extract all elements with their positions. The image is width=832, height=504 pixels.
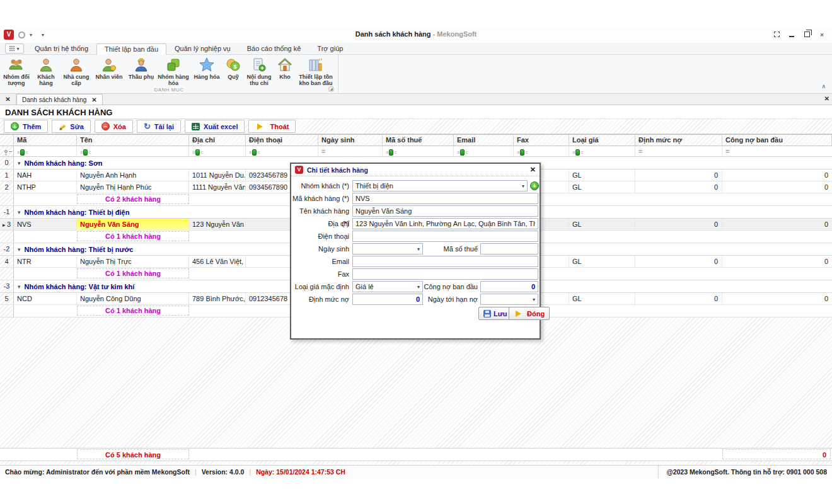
ribbon-item-label: Thầu phụ — [129, 74, 154, 80]
dialog-close-button[interactable]: Đóng — [509, 307, 550, 320]
column-header-dinh-muc-no[interactable]: Định mức nợ — [635, 135, 722, 146]
tab-close-icon[interactable]: ✕ — [91, 96, 96, 103]
column-header-fax[interactable]: Fax — [514, 135, 569, 146]
group-dialog-launcher-icon[interactable]: ◢ — [328, 86, 334, 92]
save-button[interactable]: Lưu — [478, 307, 512, 320]
restore-button[interactable] — [803, 31, 811, 38]
ribbon-collapse-icon[interactable]: ∧ — [821, 83, 826, 89]
ribbon-item-quy[interactable]: $ Quỹ — [223, 56, 243, 81]
customer-name-field[interactable] — [352, 205, 538, 217]
equals-filter-icon — [638, 147, 642, 155]
phone-field[interactable] — [352, 231, 538, 242]
document-tab-active[interactable]: Danh sách khách hàng ✕ — [16, 94, 103, 105]
column-header-ma-so-thue[interactable]: Mã số thuế — [383, 135, 454, 146]
filter-dien-thoai[interactable] — [246, 146, 318, 156]
filter-row-indicator — [0, 146, 14, 156]
chevron-down-icon: ▾ — [522, 183, 524, 189]
ribbon-item-nha-cung-cap[interactable]: Nhà cung cấp — [61, 56, 92, 88]
fullscreen-button[interactable] — [773, 31, 780, 38]
tab-quan-ly-nghiep-vu[interactable]: Quản lý nghiệp vụ — [166, 43, 239, 54]
cell-ma: NTHP — [14, 181, 77, 193]
ribbon-tab-bar: ▾ Quản trị hệ thống Thiết lập ban đầu Qu… — [0, 43, 832, 55]
ribbon-item-khach-hang[interactable]: Khách hàng — [32, 56, 61, 88]
customer-code-field[interactable] — [352, 193, 538, 204]
ribbon-item-thau-phu[interactable]: Thầu phụ — [126, 56, 156, 81]
email-field[interactable] — [352, 256, 538, 267]
minimize-button[interactable] — [788, 31, 795, 38]
filter-ten[interactable] — [77, 146, 189, 156]
grid-toolbar: +Thêm Sửa −Xóa ↻Tải lại Xuất excel Thoát — [0, 118, 832, 134]
ribbon-item-nhan-vien[interactable]: Nhân viên — [92, 56, 126, 81]
row-indicator: 0 — [0, 157, 14, 169]
svg-text:$: $ — [233, 64, 236, 70]
filter-ma-so-thue[interactable] — [383, 146, 454, 156]
pencil-icon — [59, 123, 66, 130]
collapse-triangle-icon[interactable]: ▾ — [18, 284, 21, 290]
due-date-combo[interactable]: ▾ — [480, 294, 538, 305]
ribbon-item-kho[interactable]: Kho — [275, 56, 295, 81]
fax-field[interactable] — [352, 268, 538, 280]
ribbon-item-label: Thiết lập tồn kho ban đầu — [296, 74, 335, 87]
employee-icon — [101, 57, 117, 73]
tab-quan-tri-he-thong[interactable]: Quản trị hệ thống — [26, 43, 96, 54]
filter-ngay-sinh[interactable] — [318, 146, 383, 156]
filter-cong-no[interactable] — [722, 146, 832, 156]
add-button[interactable]: +Thêm — [4, 120, 48, 133]
tab-bao-cao-thong-ke[interactable]: Báo cáo thống kê — [239, 43, 309, 54]
column-header-loai-gia[interactable]: Loại giá — [569, 135, 635, 146]
reload-button[interactable]: ↻Tải lại — [137, 120, 181, 133]
address-field[interactable] — [352, 218, 538, 229]
filter-dia-chi[interactable] — [189, 146, 246, 156]
dialog-title: Chi tiết khách hàng — [307, 166, 526, 174]
cell-loai-gia: GL — [569, 181, 635, 193]
exit-button[interactable]: Thoát — [248, 120, 296, 133]
collapse-triangle-icon[interactable]: ▾ — [18, 209, 21, 215]
text-filter-icon — [517, 147, 528, 156]
column-header-ten[interactable]: Tên — [77, 135, 189, 146]
cell-ten-highlighted: Nguyễn Văn Sáng — [77, 219, 189, 230]
customer-group-combo[interactable]: Thiết bị điện ▾ — [352, 180, 528, 192]
cell-dinh-muc-no: 0 — [635, 219, 722, 230]
initial-debt-field[interactable] — [480, 281, 538, 292]
tab-tro-giup[interactable]: Trợ giúp — [309, 43, 351, 54]
add-group-button[interactable]: + — [530, 181, 539, 190]
app-menu-button[interactable]: ▾ — [5, 43, 24, 54]
close-all-tabs-button[interactable]: ✕ — [0, 94, 16, 105]
document-tab-strip: ✕ Danh sách khách hàng ✕ ✕ — [0, 94, 832, 105]
filter-dinh-muc-no[interactable] — [635, 146, 722, 156]
ribbon-item-thiet-lap-ton-kho[interactable]: Thiết lập tồn kho ban đầu — [295, 56, 337, 88]
column-header-dia-chi[interactable]: Địa chỉ — [189, 135, 246, 146]
edit-button[interactable]: Sửa — [52, 120, 90, 133]
cell-ten: Nguyễn Thị Hạnh Phúc — [77, 181, 189, 193]
column-header-ngay-sinh[interactable]: Ngày sinh — [318, 135, 383, 146]
row-indicator-selected: 3 — [0, 219, 14, 230]
filter-loai-gia[interactable] — [569, 146, 635, 156]
dialog-close-icon[interactable]: ✕ — [530, 166, 536, 174]
ribbon-item-nhom-doi-tuong[interactable]: Nhóm đối tượng — [1, 56, 32, 88]
close-button[interactable]: × — [818, 31, 826, 38]
filter-email[interactable] — [454, 146, 514, 156]
column-header-dien-thoai[interactable]: Điện thoại — [246, 135, 318, 146]
column-header-ma[interactable]: Mã — [14, 135, 77, 146]
field-label-ma-khach-hang: Mã khách hàng (*) — [291, 192, 349, 205]
exit-arrow-icon — [257, 123, 266, 130]
column-header-cong-no-ban-dau[interactable]: Công nợ ban đầu — [722, 135, 832, 146]
tax-code-field[interactable] — [480, 243, 538, 255]
ribbon-item-nhom-hang-hoa[interactable]: Nhóm hàng hóa — [156, 56, 190, 88]
delete-button[interactable]: −Xóa — [95, 120, 133, 133]
collapse-triangle-icon[interactable]: ▾ — [18, 246, 21, 253]
collapse-triangle-icon[interactable]: ▾ — [18, 160, 21, 166]
export-excel-button[interactable]: Xuất excel — [185, 120, 245, 133]
field-label-dinh-muc-no: Định mức nợ — [291, 293, 349, 306]
tab-strip-close-icon[interactable]: ✕ — [824, 95, 829, 102]
row-indicator — [0, 231, 14, 243]
ribbon-item-noi-dung-thu-chi[interactable]: Nội dung thu chi — [243, 56, 275, 88]
column-header-email[interactable]: Email — [454, 135, 514, 146]
filter-ma[interactable] — [14, 146, 77, 156]
filter-fax[interactable] — [514, 146, 569, 156]
income-expense-doc-icon — [251, 57, 267, 73]
tab-thiet-lap-ban-dau[interactable]: Thiết lập ban đầu — [96, 43, 166, 55]
cell-ma: NCD — [14, 293, 77, 304]
ribbon-item-hang-hoa[interactable]: Hàng hóa — [190, 56, 223, 81]
dialog-title-bar[interactable]: V Chi tiết khách hàng ✕ — [291, 164, 540, 176]
